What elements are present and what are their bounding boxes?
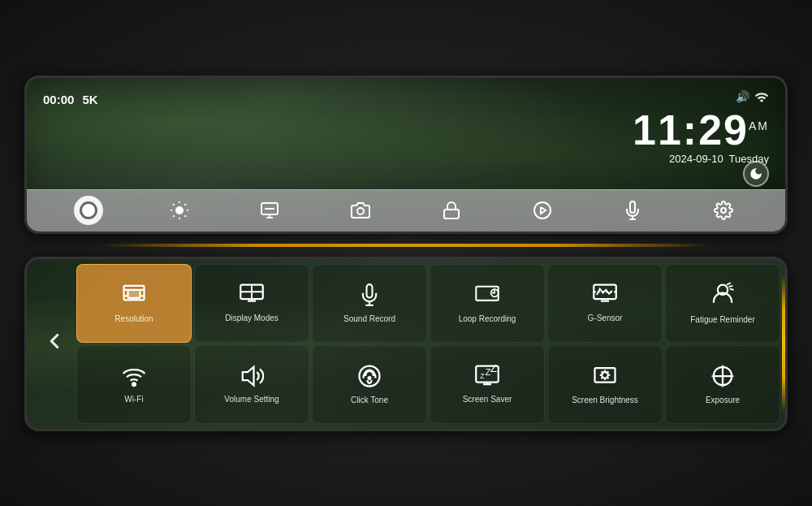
settings-item-sound-record[interactable]: Sound Record [312, 264, 427, 343]
svg-text:Z: Z [480, 371, 485, 379]
svg-rect-20 [128, 289, 140, 297]
svg-point-43 [368, 376, 372, 380]
svg-rect-14 [444, 210, 459, 218]
ampm-value: AM [749, 119, 769, 132]
sound-record-icon [358, 283, 381, 310]
lock-button[interactable] [437, 196, 466, 225]
svg-point-0 [175, 206, 184, 214]
display-modes-icon [240, 283, 264, 309]
svg-line-7 [173, 215, 174, 216]
click-tone-icon [357, 364, 382, 391]
svg-point-13 [357, 208, 364, 214]
svg-line-58 [602, 377, 603, 378]
screen-brightness-icon [593, 364, 617, 391]
camera-button[interactable] [346, 196, 375, 225]
screen-saver-icon: Z Z Z [475, 365, 499, 391]
loop-recording-label: Loop Recording [459, 314, 516, 324]
date-value: 2024-09-10 [669, 153, 723, 165]
fatigue-reminder-icon [710, 282, 735, 311]
screen-saver-label: Screen Saver [463, 395, 512, 404]
svg-line-57 [607, 377, 608, 378]
exposure-icon [710, 364, 735, 391]
settings-item-screen-brightness[interactable]: Screen Brightness [547, 345, 663, 424]
svg-line-38 [728, 285, 732, 286]
top-screen: 00:00 5K 🔊 11:29AM [24, 76, 788, 234]
resolution-icon [122, 283, 146, 310]
dashcam-wrapper: 00:00 5K 🔊 11:29AM [16, 76, 796, 431]
recording-time: 00:00 [43, 93, 74, 106]
display-modes-label: Display Modes [225, 314, 279, 323]
svg-point-51 [602, 372, 608, 378]
svg-point-18 [721, 208, 726, 213]
svg-line-37 [727, 283, 731, 284]
wifi-status-icon [754, 90, 769, 107]
wifi-icon [121, 365, 147, 391]
microphone-button[interactable] [618, 196, 647, 225]
svg-line-39 [730, 288, 734, 289]
top-toolbar [27, 189, 785, 231]
record-button[interactable] [74, 196, 103, 225]
display-button[interactable] [255, 196, 284, 225]
settings-item-screen-saver[interactable]: Z Z Z Screen Saver [430, 345, 545, 424]
orange-accent-bar [24, 244, 788, 247]
back-button-area[interactable] [32, 264, 76, 424]
clock-area: 🔊 11:29AM 2024-09-10 Tuesday [633, 90, 769, 165]
settings-item-resolution[interactable]: Resolution [76, 264, 192, 343]
recording-quality: 5K [82, 93, 97, 106]
svg-point-15 [534, 202, 551, 218]
svg-marker-41 [243, 366, 254, 385]
settings-item-display-modes[interactable]: Display Modes [194, 264, 309, 343]
fatigue-reminder-label: Fatigue Reminder [690, 315, 754, 325]
svg-line-59 [607, 371, 608, 372]
click-tone-label: Click Tone [351, 396, 388, 405]
time-value: 11:29 [633, 106, 749, 154]
svg-point-40 [132, 383, 136, 386]
svg-line-56 [602, 371, 603, 372]
back-button[interactable] [42, 329, 67, 359]
svg-text:Z: Z [490, 365, 497, 374]
screen-brightness-label: Screen Brightness [572, 396, 638, 405]
sound-record-label: Sound Record [343, 314, 395, 324]
loop-recording-icon [474, 283, 500, 310]
settings-grid: Resolution Display Modes [76, 264, 780, 424]
settings-item-wifi[interactable]: Wi-Fi [76, 345, 192, 424]
wifi-label: Wi-Fi [124, 395, 143, 404]
brightness-button[interactable] [165, 196, 194, 225]
night-mode-button[interactable] [743, 161, 769, 187]
svg-line-8 [184, 204, 185, 205]
resolution-label: Resolution [114, 314, 153, 324]
settings-item-click-tone[interactable]: Click Tone [312, 345, 427, 424]
playback-button[interactable] [528, 196, 557, 225]
exposure-label: Exposure [706, 396, 740, 405]
recording-info: 00:00 5K [43, 93, 98, 106]
settings-item-fatigue-reminder[interactable]: Fatigue Reminder [665, 264, 780, 343]
g-sensor-icon [593, 283, 617, 309]
settings-item-loop-recording[interactable]: Loop Recording [430, 264, 545, 343]
volume-setting-label: Volume Setting [224, 395, 279, 404]
volume-setting-icon [240, 365, 264, 391]
bottom-screen: Resolution Display Modes [24, 257, 788, 431]
settings-item-g-sensor[interactable]: G-Sensor [547, 264, 663, 343]
settings-item-exposure[interactable]: Exposure [665, 345, 780, 424]
clock-display: 11:29AM [633, 109, 769, 151]
g-sensor-label: G-Sensor [588, 314, 623, 323]
svg-line-4 [184, 215, 185, 216]
settings-item-volume-setting[interactable]: Volume Setting [194, 345, 309, 424]
settings-button[interactable] [709, 196, 738, 225]
svg-line-3 [173, 204, 174, 205]
speaker-icon: 🔊 [736, 90, 749, 107]
